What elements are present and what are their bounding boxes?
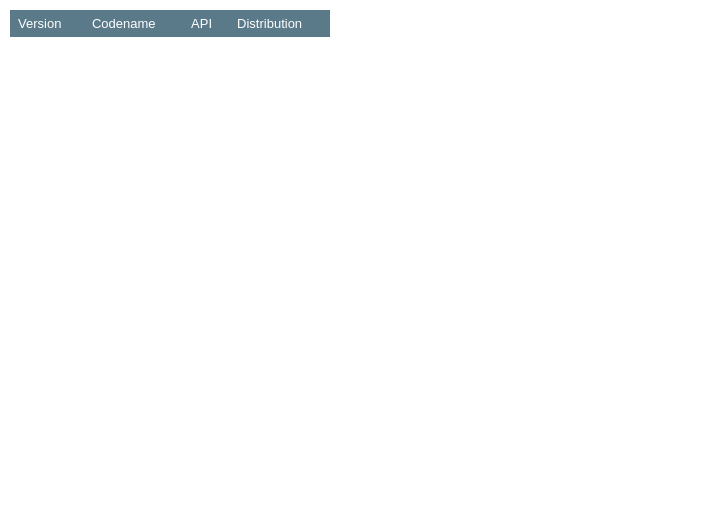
table-header-row: Version Codename API Distribution (10, 10, 330, 37)
header-api: API (183, 10, 229, 37)
main-container: Version Codename API Distribution (10, 10, 710, 320)
table-section: Version Codename API Distribution (10, 10, 330, 49)
pie-chart (355, 20, 695, 320)
pie-svg (355, 20, 695, 320)
header-codename: Codename (84, 10, 183, 37)
header-version: Version (10, 10, 84, 37)
header-distribution: Distribution (229, 10, 330, 37)
chart-section (340, 10, 710, 320)
distribution-table: Version Codename API Distribution (10, 10, 330, 37)
